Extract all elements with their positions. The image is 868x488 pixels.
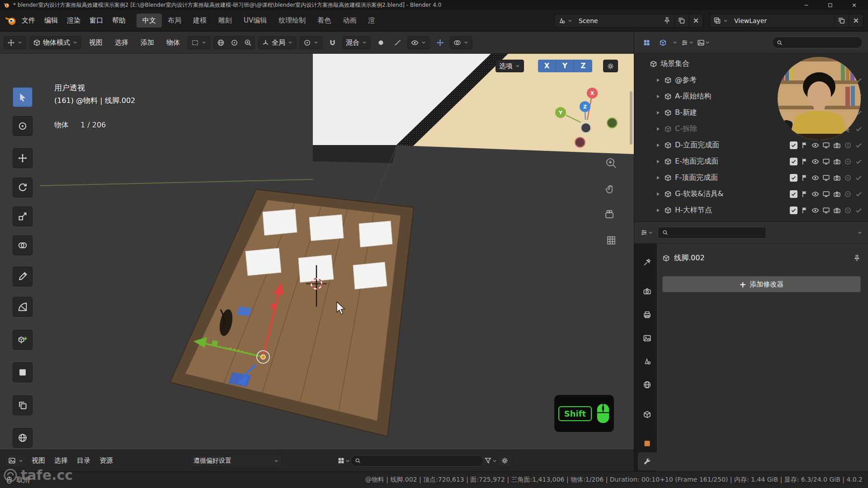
delete-scene-button[interactable] <box>689 14 703 27</box>
indirect-only-icon[interactable] <box>844 158 852 165</box>
outliner-search-input[interactable] <box>785 38 858 47</box>
viewport-menu-object[interactable]: 物体 <box>162 32 184 53</box>
axis-y-button[interactable]: Y <box>556 60 574 72</box>
expand-icon[interactable] <box>655 191 661 197</box>
viewport-menu-select[interactable]: 选择 <box>110 32 133 53</box>
workspace-tab[interactable]: 雕刻 <box>212 14 238 28</box>
menu-render[interactable]: 渲染 <box>62 10 85 31</box>
axis-z-button[interactable]: Z <box>574 60 592 72</box>
exclude-checkbox[interactable] <box>790 158 797 165</box>
tab-viewlayer[interactable] <box>637 329 657 347</box>
axis-x-button[interactable]: X <box>538 60 556 72</box>
viewport-menu-add[interactable]: 添加 <box>136 32 159 53</box>
viewlayer-dropdown-button[interactable] <box>710 14 731 27</box>
asset-gear-button[interactable] <box>497 454 512 467</box>
check-icon[interactable] <box>855 158 863 165</box>
tool-extra-3[interactable] <box>13 428 33 448</box>
tab-object-data[interactable] <box>637 405 657 423</box>
chevron-down-icon[interactable] <box>672 40 678 45</box>
outliner-row[interactable]: E-地面完成面 <box>634 153 868 169</box>
nav-axis-neg-z[interactable] <box>581 123 591 133</box>
disable-viewport-icon[interactable] <box>822 206 830 214</box>
tool-extra-2[interactable] <box>13 395 33 415</box>
check-icon[interactable] <box>855 190 863 198</box>
tool-measure[interactable] <box>13 297 33 317</box>
zoom-border-button[interactable] <box>241 36 255 49</box>
tab-world[interactable] <box>637 375 657 394</box>
gizmo-toggle[interactable] <box>433 36 447 49</box>
display-mode-button[interactable] <box>337 454 350 467</box>
expand-icon[interactable] <box>655 126 661 132</box>
menu-edit[interactable]: 编辑 <box>40 10 62 31</box>
tab-object[interactable] <box>637 434 657 452</box>
tab-output[interactable] <box>637 305 657 324</box>
workspace-tab[interactable]: 建模 <box>187 14 212 28</box>
options-dropdown[interactable]: 选项 <box>495 60 524 72</box>
tool-move[interactable] <box>13 148 33 168</box>
properties-options-chevron[interactable] <box>857 230 863 235</box>
tab-modifiers[interactable] <box>638 452 657 470</box>
properties-search-field[interactable] <box>658 227 766 239</box>
minimize-button[interactable] <box>796 0 816 10</box>
breadcrumb-object-name[interactable]: 线脚.002 <box>674 253 705 263</box>
workspace-tab[interactable]: 渲 <box>362 14 376 28</box>
nav-axis-neg-x[interactable] <box>575 137 585 147</box>
copy-viewlayer-button[interactable] <box>834 14 849 27</box>
outliner-row[interactable]: H-大样节点 <box>634 202 868 218</box>
expand-icon[interactable] <box>655 175 661 181</box>
outliner-display-box-button[interactable] <box>656 36 670 49</box>
workspace-tab[interactable]: 着色 <box>311 14 337 28</box>
viewport-gear-button[interactable] <box>603 60 618 72</box>
outliner-display-grid-button[interactable] <box>640 36 653 49</box>
hide-eye-icon[interactable] <box>811 158 819 165</box>
check-icon[interactable] <box>855 174 863 182</box>
exclude-checkbox[interactable] <box>790 206 797 214</box>
disable-render-icon[interactable] <box>833 206 841 214</box>
maximize-button[interactable] <box>820 0 840 10</box>
delete-viewlayer-button[interactable] <box>849 14 863 27</box>
workspace-tab[interactable]: UV编辑 <box>238 14 273 28</box>
disable-viewport-icon[interactable] <box>822 141 830 149</box>
outliner-row[interactable]: F-顶面完成面 <box>634 169 868 186</box>
tool-add-cube[interactable] <box>13 330 33 350</box>
expand-icon[interactable] <box>655 110 661 116</box>
blender-logo-icon[interactable] <box>5 16 17 26</box>
holdout-flag-icon[interactable] <box>801 158 808 165</box>
expand-icon[interactable] <box>655 77 661 83</box>
tool-select-box[interactable] <box>13 87 33 107</box>
visibility-dropdown[interactable] <box>407 36 430 49</box>
tool-rotate[interactable] <box>13 178 33 197</box>
snap-magnet-toggle[interactable] <box>326 36 339 49</box>
exclude-checkbox[interactable] <box>790 141 797 149</box>
asset-editor-type-button[interactable] <box>5 454 27 467</box>
tab-render[interactable] <box>637 282 657 300</box>
expand-icon[interactable] <box>655 159 661 164</box>
asset-search-input[interactable] <box>363 456 479 465</box>
tool-scale[interactable] <box>13 206 33 226</box>
menu-window[interactable]: 窗口 <box>85 10 108 31</box>
scene-dropdown-button[interactable] <box>555 14 576 27</box>
overlays-dropdown[interactable] <box>450 36 472 49</box>
workspace-tab[interactable]: 布局 <box>162 14 187 28</box>
exclude-checkbox[interactable] <box>790 190 797 198</box>
hide-eye-icon[interactable] <box>811 141 819 149</box>
indirect-only-icon[interactable] <box>844 190 852 198</box>
workspace-tab[interactable]: 纹理绘制 <box>273 14 311 28</box>
tool-transform[interactable] <box>13 235 33 255</box>
tool-cursor[interactable] <box>13 116 33 136</box>
copy-scene-button[interactable] <box>674 14 689 27</box>
import-method-dropdown[interactable]: 遵循偏好设置 <box>190 454 283 467</box>
hide-eye-icon[interactable] <box>811 206 819 214</box>
expand-icon[interactable] <box>655 94 661 99</box>
disable-render-icon[interactable] <box>833 141 841 149</box>
workspace-tab[interactable]: 动画 <box>337 14 362 28</box>
exclude-checkbox[interactable] <box>790 174 797 182</box>
workspace-tab-active[interactable]: 中文 <box>137 14 162 28</box>
pivot-point-dropdown[interactable] <box>300 36 322 49</box>
orientation-dropdown[interactable]: 全局 <box>258 36 297 49</box>
outliner-mode-dropdown[interactable] <box>680 36 694 49</box>
outliner-row[interactable]: D-立面完成面 <box>634 137 868 153</box>
close-button[interactable] <box>844 0 864 10</box>
asset-search-field[interactable] <box>350 455 484 467</box>
indirect-only-icon[interactable] <box>844 174 852 182</box>
